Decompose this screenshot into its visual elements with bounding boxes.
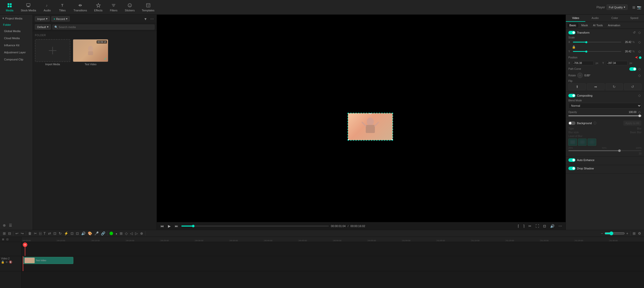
opacity-keyframe[interactable]: ◇ [637, 110, 641, 114]
scale-keyframe-y[interactable]: ◇ [637, 49, 641, 54]
zoom-out-btn[interactable]: − [600, 231, 604, 236]
video-clip[interactable]: Test Video [23, 257, 73, 264]
tl-cut[interactable]: ✂ [33, 231, 38, 236]
subtab-animation[interactable]: Animation [606, 23, 622, 28]
nav-stock[interactable]: Stock Media [17, 2, 40, 13]
tl-prev-frame[interactable]: ◁ [129, 231, 134, 236]
blend-mode-select[interactable]: Normal Multiply Screen Overlay [568, 103, 641, 108]
tl-transition[interactable]: ⇄ [47, 231, 52, 236]
auto-enhance-toggle[interactable] [568, 158, 575, 162]
rotate-keyframe[interactable]: ◇ [637, 73, 641, 78]
flip-rotate-90-btn[interactable]: ↻ [606, 83, 623, 90]
tl-audio-tl[interactable]: 🔊 [80, 231, 86, 236]
test-video-item[interactable]: 00:09:15 ✓ Test Video [73, 39, 108, 66]
tl-next-frame[interactable]: ▷ [134, 231, 139, 236]
edit-out-btn[interactable]: ⌉ [522, 224, 525, 229]
nav-templates[interactable]: Templates [138, 2, 158, 13]
nav-transitions[interactable]: Transitions [70, 2, 91, 13]
subtab-mask[interactable]: Mask [579, 23, 590, 28]
quality-selector[interactable]: Full Quality ▾ [607, 5, 628, 10]
transform-keyframe-btn[interactable]: ◇ [637, 30, 641, 35]
tab-color[interactable]: Color [605, 15, 625, 22]
tl-text[interactable]: T [43, 231, 47, 236]
tl-mute-btn[interactable]: 🔇 [9, 260, 12, 264]
scale-keyframe-x[interactable]: ◇ [637, 40, 641, 44]
pos-y-input[interactable] [606, 61, 628, 65]
tl-crop[interactable]: ⊡ [53, 231, 57, 236]
more-options[interactable]: ⋯ [149, 16, 155, 21]
tl-link-btn[interactable]: 🔗 [100, 231, 106, 236]
lock-icon[interactable]: 🔒 [572, 45, 576, 49]
tl-lock-btn[interactable]: 🔒 [1, 260, 5, 264]
tl-h-icon2[interactable]: ⊡ [6, 237, 9, 241]
tl-keyframe-tl[interactable]: ◇ [124, 231, 128, 236]
tl-voice-tl[interactable]: 🎤 [94, 231, 99, 236]
tl-snap[interactable]: ⊞ [119, 231, 123, 236]
video-preview-box[interactable] [348, 113, 393, 141]
progress-bar[interactable] [181, 226, 329, 227]
add-folder-btn[interactable]: ⊕ [2, 223, 7, 228]
tl-eye-btn[interactable]: 👁 [5, 261, 8, 264]
tl-color-tl[interactable]: 🎨 [87, 231, 93, 236]
transform-toggle[interactable] [568, 31, 575, 34]
flip-vertical-btn[interactable]: ⬆ [568, 83, 586, 90]
path-curve-toggle[interactable] [629, 67, 636, 71]
more-preview-btn[interactable]: ⋯ [557, 224, 563, 229]
audio-btn[interactable]: 🔊 [549, 224, 555, 229]
nav-media[interactable]: Media [2, 2, 17, 13]
nav-effects[interactable]: Effects [91, 2, 106, 13]
blur-box-2[interactable] [578, 139, 587, 146]
path-curve-keyframe[interactable]: ◇ [637, 67, 641, 71]
tl-grid[interactable]: ⊞ [632, 231, 636, 236]
pos-x-input[interactable] [572, 61, 594, 65]
zoom-slider[interactable] [605, 231, 625, 235]
zoom-in-btn[interactable]: + [626, 231, 629, 236]
drop-shadow-toggle[interactable] [568, 167, 575, 170]
record-button[interactable]: ● Record ▾ [51, 16, 70, 21]
background-info-icon[interactable]: ⓘ [593, 121, 596, 125]
apply-all-btn[interactable]: Apply to All [623, 121, 641, 126]
nav-stickers[interactable]: Stickers [121, 2, 138, 13]
flip-rotate-90-ccw-btn[interactable]: ↺ [624, 83, 641, 90]
import-thumb[interactable] [35, 39, 70, 62]
forward-btn[interactable]: ⏭ [174, 224, 179, 229]
blur-intensity-slider[interactable] [568, 150, 641, 151]
edit-in-btn[interactable]: ⌈ [517, 224, 520, 229]
play-btn[interactable]: ▶ [167, 224, 172, 229]
sidebar-item-folder[interactable]: Folder [0, 22, 33, 28]
sidebar-item-global[interactable]: Global Media [1, 28, 32, 34]
handle-bl[interactable] [348, 139, 349, 141]
compositing-keyframe[interactable]: ◇ [637, 93, 641, 98]
tl-split[interactable]: ⌸ [38, 231, 42, 236]
rotate-dial[interactable]: ○ [577, 73, 583, 78]
tab-video[interactable]: Video [566, 15, 585, 22]
monitor-icon[interactable]: ⊞ [632, 5, 636, 10]
tl-link[interactable]: ⊟ [7, 231, 12, 236]
handle-br[interactable] [392, 139, 393, 141]
preview-cut-btn[interactable]: ✂ [527, 224, 532, 229]
nav-audio[interactable]: ♪ Audio [40, 2, 55, 13]
default-selector[interactable]: Default ▾ [35, 24, 51, 30]
nav-titles[interactable]: T Titles [55, 2, 70, 13]
sidebar-item-adjustment[interactable]: Adjustment Layer [1, 49, 32, 56]
fullscreen-btn[interactable]: ⛶ [534, 224, 540, 229]
panel-settings-btn[interactable]: ☰ [8, 223, 13, 228]
import-button[interactable]: Import ▾ [35, 16, 50, 21]
tl-delete[interactable]: 🗑 [27, 231, 32, 236]
tab-speed[interactable]: Speed [625, 15, 644, 22]
blur-box-3[interactable] [588, 139, 596, 146]
tl-settings[interactable]: ⚙ [637, 231, 642, 236]
tl-add-tl[interactable]: ⊕ [139, 231, 144, 236]
camera-icon[interactable]: 📷 [636, 5, 642, 10]
subtab-aitools[interactable]: AI Tools [591, 23, 605, 28]
tab-audio[interactable]: Audio [585, 15, 605, 22]
tl-h-icon1[interactable]: ⊞ [1, 237, 5, 241]
import-media-item[interactable]: Import Media [35, 39, 70, 66]
rewind-btn[interactable]: ⏮ [159, 224, 165, 229]
blur-box-1[interactable] [568, 139, 577, 146]
tl-marker[interactable]: ⬥ [115, 231, 118, 236]
filter-icon[interactable]: ▼ [143, 16, 148, 21]
tl-more2[interactable]: ⊡ [75, 231, 80, 236]
sidebar-item-influence[interactable]: Influence Kit [1, 42, 32, 49]
transform-reset-btn[interactable]: ↺ [632, 30, 636, 35]
